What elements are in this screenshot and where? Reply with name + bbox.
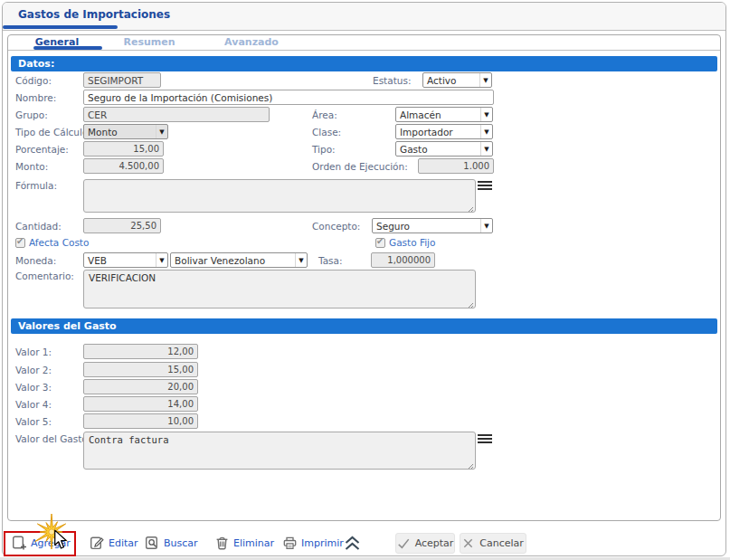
- screen: Gastos de Importaciones General Resumen …: [0, 0, 730, 560]
- porcentaje-input[interactable]: [83, 141, 164, 157]
- moneda-name-select[interactable]: Bolivar Venezolano: [170, 252, 308, 268]
- codigo-input[interactable]: [83, 72, 161, 88]
- buscar-button[interactable]: Buscar: [145, 536, 198, 551]
- valor1-label: Valor 1:: [15, 346, 52, 357]
- valor4-input[interactable]: [83, 396, 198, 412]
- gasto-fijo-checkbox[interactable]: [375, 238, 385, 248]
- valor5-label: Valor 5:: [15, 416, 52, 427]
- formula-menu-lines-icon[interactable]: [478, 181, 492, 192]
- nombre-input[interactable]: [83, 90, 494, 105]
- resize-handle[interactable]: [467, 462, 474, 470]
- clase-selected-value: Importador: [396, 127, 480, 138]
- collapse-icon[interactable]: [344, 536, 361, 551]
- porcentaje-label: Porcentaje:: [15, 144, 69, 155]
- dropdown-arrow-icon: [480, 219, 492, 233]
- aceptar-button-label: Aceptar: [415, 537, 454, 549]
- tab-avanzado[interactable]: Avanzado: [215, 36, 288, 48]
- tipo-selected-value: Gasto: [396, 144, 480, 155]
- titlebar-divider: [3, 30, 725, 31]
- formula-label: Fórmula:: [15, 180, 57, 191]
- dropdown-arrow-icon: [156, 125, 167, 138]
- editar-button[interactable]: Editar: [90, 536, 138, 551]
- editar-button-label: Editar: [109, 537, 138, 549]
- trash-icon: [214, 536, 230, 551]
- valor-gasto-menu-lines-icon[interactable]: [478, 434, 492, 445]
- concepto-selected-value: Seguro: [373, 221, 480, 232]
- cantidad-input[interactable]: [83, 218, 161, 233]
- cancelar-button-label: Cancelar: [479, 537, 524, 549]
- valor5-input[interactable]: [83, 413, 198, 429]
- valor4-label: Valor 4:: [15, 399, 52, 410]
- tipo-calculo-selected-value: Monto: [84, 127, 156, 138]
- tab-resumen[interactable]: Resumen: [113, 36, 185, 48]
- eliminar-button[interactable]: Eliminar: [214, 536, 274, 551]
- grupo-input[interactable]: [83, 107, 270, 122]
- tasa-input[interactable]: [371, 252, 435, 268]
- concepto-select[interactable]: Seguro: [372, 218, 493, 233]
- moneda-code-selected-value: VEB: [84, 255, 156, 266]
- valor-gasto-label: Valor del Gasto:: [15, 433, 90, 444]
- valor-gasto-textarea[interactable]: Contra factura: [83, 432, 476, 470]
- page-title: Gastos de Importaciones: [18, 8, 170, 21]
- dropdown-arrow-icon: [479, 73, 491, 87]
- section-header-datos: Datos:: [11, 56, 717, 71]
- tasa-label: Tasa:: [318, 255, 343, 266]
- cursor-icon: [53, 529, 68, 551]
- resize-handle[interactable]: [467, 205, 474, 213]
- search-document-icon: [145, 536, 160, 551]
- dropdown-arrow-icon: [295, 253, 307, 267]
- monto-label: Monto:: [15, 161, 48, 172]
- clase-label: Clase:: [312, 127, 341, 138]
- tipo-calculo-label: Tipo de Cálculo:: [15, 127, 91, 138]
- resize-handle[interactable]: [467, 301, 474, 308]
- valor2-input[interactable]: [83, 362, 198, 377]
- dropdown-arrow-icon: [480, 125, 492, 138]
- aceptar-button[interactable]: Aceptar: [395, 533, 455, 554]
- moneda-name-selected-value: Bolivar Venezolano: [171, 255, 295, 266]
- dropdown-arrow-icon: [156, 253, 167, 267]
- eliminar-button-label: Eliminar: [233, 537, 274, 549]
- orden-ejecucion-label: Orden de Ejecución:: [312, 161, 408, 172]
- moneda-label: Moneda:: [15, 255, 56, 266]
- concepto-label: Concepto:: [312, 221, 360, 232]
- valor3-label: Valor 3:: [15, 382, 52, 393]
- dropdown-arrow-icon: [480, 142, 492, 156]
- tipo-select[interactable]: Gasto: [395, 141, 493, 157]
- monto-input[interactable]: [83, 158, 164, 174]
- area-selected-value: Almacén: [396, 109, 480, 120]
- imprimir-button-label: Imprimir: [301, 537, 344, 549]
- tipo-calculo-select[interactable]: Monto: [83, 124, 168, 139]
- moneda-code-select[interactable]: VEB: [83, 252, 168, 268]
- estatus-selected-value: Activo: [423, 75, 479, 86]
- edit-document-icon: [90, 536, 105, 551]
- printer-icon: [282, 536, 298, 551]
- active-tab-underline: [33, 46, 102, 50]
- check-icon: [397, 537, 410, 549]
- cancelar-button[interactable]: Cancelar: [460, 533, 526, 554]
- tabstrip-divider: [8, 50, 720, 51]
- comentario-textarea[interactable]: VERIFICACION: [83, 270, 476, 308]
- area-select[interactable]: Almacén: [395, 107, 493, 122]
- close-icon: [462, 537, 474, 549]
- valor1-input[interactable]: [83, 344, 198, 359]
- imprimir-button[interactable]: Imprimir: [282, 536, 344, 551]
- gasto-fijo-label: Gasto Fijo: [389, 237, 435, 248]
- grupo-label: Grupo:: [15, 109, 48, 120]
- cantidad-label: Cantidad:: [15, 221, 62, 232]
- valor2-label: Valor 2:: [15, 365, 52, 375]
- codigo-label: Código:: [15, 75, 52, 86]
- nombre-label: Nombre:: [15, 92, 56, 103]
- comentario-label: Comentario:: [15, 271, 74, 281]
- valor3-input[interactable]: [83, 379, 198, 394]
- title-underline: [3, 25, 118, 29]
- area-label: Área:: [312, 109, 337, 120]
- dropdown-arrow-icon: [480, 108, 492, 121]
- orden-ejecucion-input[interactable]: [418, 158, 494, 174]
- afecta-costo-checkbox[interactable]: [15, 238, 25, 248]
- estatus-select[interactable]: Activo: [422, 72, 492, 88]
- estatus-label: Estatus:: [373, 75, 411, 86]
- section-header-valores: Valores del Gasto: [11, 318, 717, 334]
- buscar-button-label: Buscar: [164, 537, 198, 549]
- formula-textarea[interactable]: [83, 179, 476, 213]
- clase-select[interactable]: Importador: [395, 124, 493, 139]
